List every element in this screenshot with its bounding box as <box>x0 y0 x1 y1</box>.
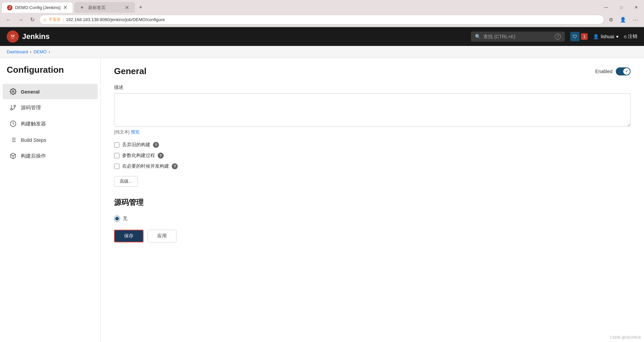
enabled-toggle[interactable]: ✓ <box>616 67 631 75</box>
watermark: CSDN @GEORGE <box>610 335 641 339</box>
more-button[interactable]: ⋯ <box>631 15 640 24</box>
description-textarea[interactable] <box>114 93 631 127</box>
radio-row-none: 无 <box>114 216 631 222</box>
clock-icon <box>9 120 17 127</box>
search-help-icon[interactable]: ? <box>555 34 561 40</box>
security-icon: ⚠ <box>43 17 47 22</box>
preview-link[interactable]: 预览 <box>131 129 140 135</box>
header-search[interactable]: 🔍 ? <box>471 32 565 42</box>
checkbox-row-1: 丢弃旧的构建 ? <box>114 142 631 148</box>
content-area: General Enabled ✓ 描述 [纯文本] 预览 丢弃旧的构建 ? <box>101 58 644 342</box>
search-input[interactable] <box>483 34 552 39</box>
no-scm-radio[interactable] <box>114 216 120 222</box>
jenkins-logo[interactable]: Jenkins <box>7 31 50 43</box>
sidebar-item-general-label: General <box>21 89 40 95</box>
no-scm-label: 无 <box>123 216 127 222</box>
minimize-button[interactable]: — <box>598 2 614 13</box>
sidebar-item-build-steps-label: Build Steps <box>21 137 46 143</box>
logout-label: 注销 <box>628 34 637 40</box>
checkbox-row-3: 在必要的时候并发构建 ? <box>114 163 631 169</box>
sidebar-item-source[interactable]: 源码管理 <box>3 100 98 115</box>
tab-1-favicon: J <box>7 5 12 10</box>
sidebar-item-post-build[interactable]: 构建后操作 <box>3 148 98 164</box>
notification-icon: 🛡 <box>570 32 580 41</box>
tab-2-close[interactable]: ✕ <box>125 4 129 11</box>
branch-icon <box>9 104 17 111</box>
maximize-button[interactable]: □ <box>614 2 629 13</box>
window-controls: — □ ✕ <box>598 2 644 13</box>
tab-2-favicon: ★ <box>80 5 86 10</box>
header-right: 🛡 1 👤 lishuai ▾ ⎋ 注销 <box>570 32 637 41</box>
jenkins-logo-icon <box>7 31 19 43</box>
sidebar: Configuration General 源码管理 <box>0 58 101 342</box>
security-label: 不安全 <box>49 17 61 22</box>
user-menu[interactable]: 👤 lishuai ▾ <box>593 34 619 39</box>
jenkins-icon <box>8 32 17 41</box>
back-button[interactable]: ← <box>4 15 13 24</box>
tab-2[interactable]: ★ 新标签页 ✕ <box>74 2 135 13</box>
concurrent-builds-help-icon[interactable]: ? <box>172 163 178 169</box>
discard-builds-help-icon[interactable]: ? <box>153 142 159 148</box>
refresh-button[interactable]: ↻ <box>28 15 37 24</box>
sidebar-item-build-steps[interactable]: Build Steps <box>3 132 98 148</box>
tab-1-close[interactable]: ✕ <box>63 4 67 11</box>
tab-2-label: 新标签页 <box>88 5 106 11</box>
textarea-tools: [纯文本] 预览 <box>114 129 631 135</box>
apply-button[interactable]: 应用 <box>148 230 176 242</box>
toggle-thumb: ✓ <box>623 68 630 75</box>
description-label: 描述 <box>114 84 631 91</box>
main-layout: Configuration General 源码管理 <box>0 58 644 342</box>
breadcrumb-sep-1: › <box>30 49 32 54</box>
checkbox-group: 丢弃旧的构建 ? 参数化构建过程 ? 在必要的时候并发构建 ? <box>114 142 631 169</box>
profile-button[interactable]: 👤 <box>618 15 628 24</box>
sidebar-item-general[interactable]: General <box>3 84 98 99</box>
source-section-title: 源码管理 <box>114 197 631 208</box>
radio-group: 无 <box>114 216 631 222</box>
forward-button[interactable]: → <box>16 15 25 24</box>
enabled-row: Enabled ✓ <box>595 67 631 75</box>
sidebar-item-post-build-label: 构建后操作 <box>21 153 46 159</box>
discard-builds-checkbox[interactable] <box>114 142 119 148</box>
cube-icon <box>9 152 17 160</box>
logout-icon: ⎋ <box>624 34 627 39</box>
parameterize-build-help-icon[interactable]: ? <box>158 153 164 159</box>
breadcrumb-demo[interactable]: DEMO <box>34 49 47 54</box>
text-mode-label: [纯文本] <box>114 129 129 135</box>
notification-area[interactable]: 🛡 1 <box>570 32 588 41</box>
svg-point-5 <box>12 91 14 93</box>
advanced-button[interactable]: 高级... <box>114 176 138 187</box>
enabled-label: Enabled <box>595 69 612 74</box>
section-divider: 源码管理 <box>114 197 631 208</box>
breadcrumb: Dashboard › DEMO › <box>0 46 644 58</box>
tab-1-label: DEMO Config [Jenkins] <box>15 5 60 10</box>
toggle-check-icon: ✓ <box>625 69 628 73</box>
tab-bar: J DEMO Config [Jenkins] ✕ ★ 新标签页 ✕ + — □… <box>0 0 644 13</box>
checkbox-row-2: 参数化构建过程 ? <box>114 153 631 159</box>
close-button[interactable]: ✕ <box>629 2 644 13</box>
address-text: 192.168.183.138:8080/jenkins/job/DEMO/co… <box>66 17 165 22</box>
extensions-button[interactable]: ⚙ <box>607 15 615 24</box>
section-header: General Enabled ✓ <box>114 66 631 76</box>
search-icon: 🔍 <box>475 34 481 39</box>
action-buttons: 保存 应用 <box>114 230 631 242</box>
sidebar-item-source-label: 源码管理 <box>21 105 41 111</box>
concurrent-builds-checkbox[interactable] <box>114 164 119 169</box>
breadcrumb-dashboard[interactable]: Dashboard <box>7 49 28 54</box>
new-tab-button[interactable]: + <box>135 3 147 12</box>
sidebar-item-triggers[interactable]: 构建触发器 <box>3 116 98 131</box>
tab-1[interactable]: J DEMO Config [Jenkins] ✕ <box>1 2 73 13</box>
address-divider: | <box>63 17 64 22</box>
address-input[interactable]: ⚠ 不安全 | 192.168.183.138:8080/jenkins/job… <box>39 15 604 24</box>
user-name: lishuai <box>601 34 614 39</box>
save-button[interactable]: 保存 <box>114 230 144 242</box>
sidebar-item-triggers-label: 构建触发器 <box>21 121 46 127</box>
breadcrumb-sep-2: › <box>49 49 50 54</box>
svg-point-8 <box>11 109 12 110</box>
svg-point-7 <box>14 105 16 107</box>
svg-point-1 <box>11 35 13 37</box>
gear-icon <box>9 88 17 95</box>
parameterize-build-checkbox[interactable] <box>114 153 119 158</box>
address-right-controls: ⚙ 👤 ⋯ <box>607 15 640 24</box>
list-icon <box>9 136 17 144</box>
logout-button[interactable]: ⎋ 注销 <box>624 34 637 40</box>
